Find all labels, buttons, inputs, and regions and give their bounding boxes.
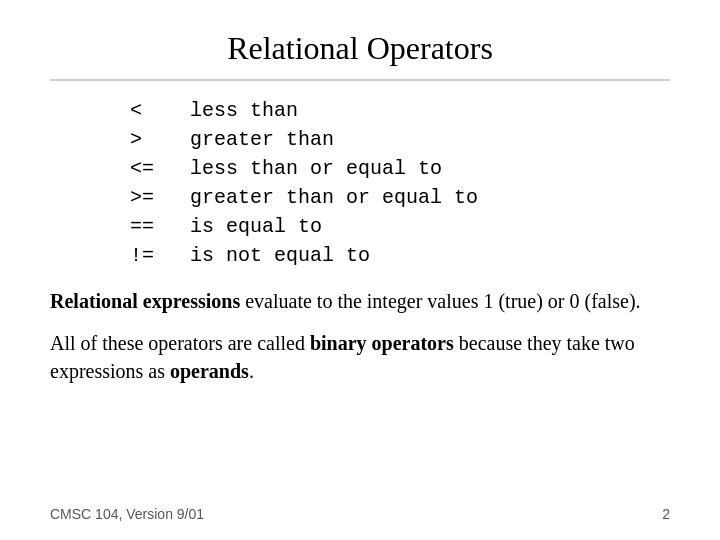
bold-operands: operands	[170, 360, 249, 382]
slide: Relational Operators <less than>greater …	[0, 0, 720, 540]
operator-description: greater than or equal to	[190, 186, 670, 209]
operator-symbol: !=	[130, 244, 190, 267]
operator-symbol: <	[130, 99, 190, 122]
paragraph-relational: Relational expressions evaluate to the i…	[50, 287, 670, 315]
operator-description: less than or equal to	[190, 157, 670, 180]
paragraph-binary: All of these operators are called binary…	[50, 329, 670, 385]
footer-right: 2	[662, 506, 670, 522]
text-period: .	[249, 360, 254, 382]
text-all-operators: All of these operators are called	[50, 332, 310, 354]
footer-left: CMSC 104, Version 9/01	[50, 506, 204, 522]
operator-description: greater than	[190, 128, 670, 151]
operator-symbol: >=	[130, 186, 190, 209]
bold-relational-expressions: Relational expressions	[50, 290, 240, 312]
text-evaluate: evaluate to the integer values 1 (true) …	[240, 290, 640, 312]
operators-table: <less than>greater than<=less than or eq…	[130, 99, 670, 267]
operator-description: is equal to	[190, 215, 670, 238]
footer: CMSC 104, Version 9/01 2	[50, 506, 670, 522]
operator-description: is not equal to	[190, 244, 670, 267]
operator-symbol: <=	[130, 157, 190, 180]
slide-title: Relational Operators	[50, 30, 670, 81]
operator-symbol: ==	[130, 215, 190, 238]
bold-binary-operators: binary operators	[310, 332, 454, 354]
operator-symbol: >	[130, 128, 190, 151]
operator-description: less than	[190, 99, 670, 122]
